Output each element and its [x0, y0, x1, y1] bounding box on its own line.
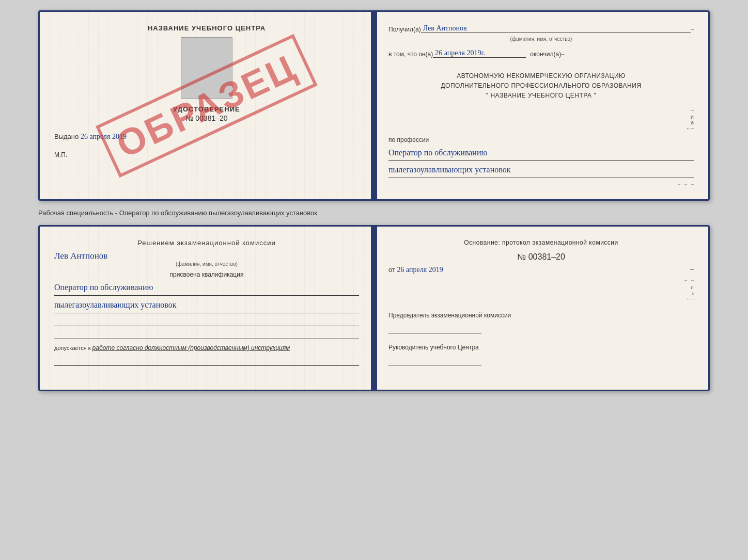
- issued-prefix: Выдано: [54, 133, 79, 140]
- bottom-qual-line2: пылегазоулавливающих установок: [54, 298, 359, 313]
- top-document: НАЗВАНИЕ УЧЕБНОГО ЦЕНТРА УДОСТОВЕРЕНИЕ №…: [38, 10, 710, 201]
- protocol-date: от 26 апреля 2019 –: [388, 266, 694, 274]
- blank-line-3: [54, 355, 359, 366]
- bottom-recipient-name: Лев Антпонов: [54, 251, 359, 261]
- bottom-book-spine: [371, 227, 377, 390]
- recipient-row: Получил(а) Лев Антпонов –: [388, 24, 694, 33]
- top-left-title: НАЗВАНИЕ УЧЕБНОГО ЦЕНТРА: [54, 24, 359, 32]
- org-line3: " НАЗВАНИЕ УЧЕБНОГО ЦЕНТРА ": [388, 91, 694, 101]
- mp-label: М.П.: [54, 151, 359, 158]
- education-head-sig-line: [388, 355, 481, 365]
- bottom-qual-line1: Оператор по обслуживанию: [54, 280, 359, 296]
- issued-date: 26 апреля 2019: [81, 133, 127, 140]
- allowed-value: работе согласно должностным (производств…: [92, 344, 290, 351]
- decision-prefix: Решением экзаменационной комиссии: [54, 239, 359, 247]
- in-that-prefix: в том, что он(а): [388, 51, 433, 58]
- fio-subtext: (фамилия, имя, отчество): [388, 36, 694, 42]
- commission-chair-sig-line: [388, 323, 481, 333]
- certificate-container: НАЗВАНИЕ УЧЕБНОГО ЦЕНТРА УДОСТОВЕРЕНИЕ №…: [38, 10, 710, 391]
- date-prefix: от: [388, 266, 395, 274]
- photo-placeholder: [181, 37, 232, 99]
- book-spine: [371, 12, 377, 199]
- commission-chair-block: Председатель экзаменационной комиссии: [388, 311, 694, 333]
- protocol-number: № 00381–20: [388, 252, 694, 262]
- blank-line-2: [54, 328, 359, 339]
- assigned-label: присвоена квалификация: [54, 271, 359, 278]
- completion-date: 26 апреля 2019г.: [433, 49, 526, 58]
- education-head-title: Руководитель учебного Центра: [388, 343, 694, 352]
- subtitle-bar: Рабочая специальность - Оператор по обсл…: [38, 207, 710, 219]
- bottom-right-page: Основание: протокол экзаменационной коми…: [374, 227, 708, 390]
- allowed-text: допускается к работе согласно должностны…: [54, 344, 359, 351]
- org-block: АВТОНОМНУЮ НЕКОММЕРЧЕСКУЮ ОРГАНИЗАЦИЮ ДО…: [388, 71, 694, 101]
- top-right-page: Получил(а) Лев Антпонов – (фамилия, имя,…: [374, 12, 708, 199]
- commission-chair-title: Председатель экзаменационной комиссии: [388, 311, 694, 320]
- bottom-fio-subtext: (фамилия, имя, отчество): [54, 261, 359, 267]
- bottom-document: Решением экзаменационной комиссии Лев Ан…: [38, 225, 710, 391]
- recipient-name: Лев Антпонов: [421, 24, 691, 33]
- received-label: Получил(а): [388, 26, 421, 33]
- profession-prefix: по профессии: [388, 136, 694, 143]
- completion-row: в том, что он(а) 26 апреля 2019г. окончи…: [388, 49, 694, 58]
- issued-line: Выдано 26 апреля 2019: [54, 133, 359, 141]
- education-head-block: Руководитель учебного Центра: [388, 343, 694, 365]
- profession-line1: Оператор по обслуживанию: [388, 146, 694, 161]
- org-line1: АВТОНОМНУЮ НЕКОММЕРЧЕСКУЮ ОРГАНИЗАЦИЮ: [388, 71, 694, 81]
- cert-label: УДОСТОВЕРЕНИЕ: [54, 105, 359, 113]
- top-left-page: НАЗВАНИЕ УЧЕБНОГО ЦЕНТРА УДОСТОВЕРЕНИЕ №…: [40, 12, 374, 199]
- allowed-prefix: допускается к: [54, 345, 91, 351]
- date-value: 26 апреля 2019: [397, 266, 443, 274]
- cert-number: № 00381–20: [54, 114, 359, 122]
- bottom-left-page: Решением экзаменационной комиссии Лев Ан…: [40, 227, 374, 390]
- org-line2: ДОПОЛНИТЕЛЬНОГО ПРОФЕССИОНАЛЬНОГО ОБРАЗО…: [388, 81, 694, 91]
- completed-label: окончил(а): [530, 51, 561, 58]
- basis-label: Основание: протокол экзаменационной коми…: [388, 239, 694, 246]
- blank-line-1: [54, 315, 359, 326]
- profession-line2: пылегазоулавливающих установок: [388, 163, 694, 178]
